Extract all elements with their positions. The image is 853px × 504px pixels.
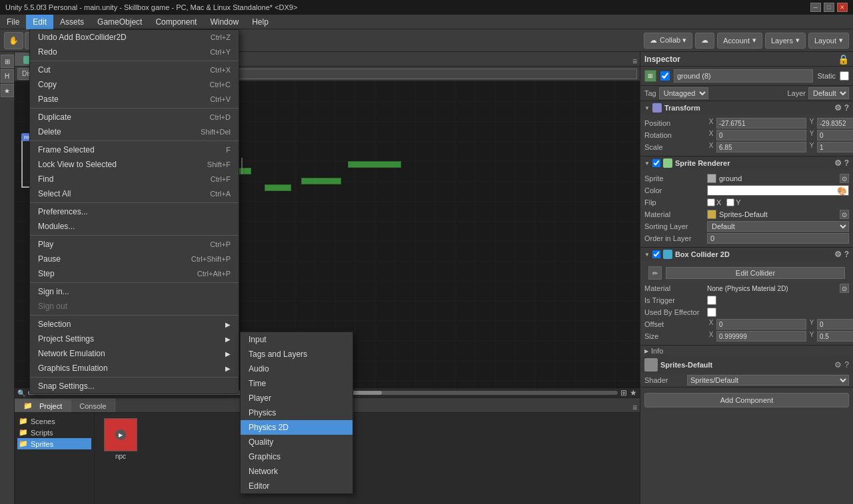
menu-select-all[interactable]: Select All Ctrl+A [30,186,239,201]
scale-x-input[interactable] [716,142,806,152]
object-name-input[interactable] [674,69,813,83]
rot-y-input[interactable] [817,130,853,140]
transform-settings-icon[interactable]: ⚙ [834,103,842,113]
bottom-icon-2[interactable]: ★ [630,388,637,397]
bottom-icon-1[interactable]: ⊞ [620,388,627,397]
maximize-button[interactable]: □ [824,3,834,12]
add-component-button[interactable]: Add Component [644,393,849,407]
submenu-input[interactable]: Input [241,332,353,347]
submenu-audio[interactable]: Audio [241,362,353,376]
menu-assets[interactable]: Assets [53,15,91,29]
menu-duplicate[interactable]: Duplicate Ctrl+D [30,110,239,125]
submenu-network[interactable]: Network [241,464,353,479]
submenu-graphics[interactable]: Graphics [241,449,353,464]
transform-header[interactable]: ▼ Transform ⚙ ? [640,101,853,115]
menu-undo[interactable]: Undo Add BoxCollider2D Ctrl+Z [30,30,239,45]
asset-npc[interactable]: ▶ npc [97,415,144,463]
submenu-physics[interactable]: Physics [241,405,353,420]
shader-header[interactable]: Sprites-Default ⚙ ? [640,356,853,374]
flip-x-checkbox[interactable] [707,198,715,206]
object-active-checkbox[interactable] [660,71,670,81]
menu-project-settings[interactable]: Project Settings ▶ Input Tags and Layers… [30,332,239,346]
bc-settings-icon[interactable]: ⚙ [834,250,842,259]
info-row[interactable]: ▶ Info [640,346,853,356]
tree-item-scenes[interactable]: 📁 Scenes [17,415,91,427]
menu-selection[interactable]: Selection ▶ [30,317,239,332]
tab-console[interactable]: Console [71,399,115,412]
menu-paste[interactable]: Paste Ctrl+V [30,92,239,107]
panel-menu-btn[interactable]: ≡ [632,57,637,66]
tree-item-scripts[interactable]: 📁 Scripts [17,427,91,438]
menu-delete[interactable]: Delete Shift+Del [30,125,239,139]
sorting-layer-select[interactable]: Default [707,221,849,232]
sprite-renderer-header[interactable]: ▼ Sprite Renderer ⚙ ? [640,156,853,170]
menu-snap-settings[interactable]: Snap Settings... [30,379,239,393]
sr-settings-icon[interactable]: ⚙ [834,158,842,168]
static-checkbox[interactable] [840,71,849,81]
account-button[interactable]: Account ▾ [717,33,762,49]
used-by-effector-checkbox[interactable] [707,308,716,317]
transform-help-icon[interactable]: ? [844,103,849,113]
box-collider-header[interactable]: ▼ Box Collider 2D ⚙ ? [640,248,853,261]
menu-gameobject[interactable]: GameObject [91,15,149,29]
material-browse-button[interactable]: ⊙ [840,210,849,219]
menu-modules[interactable]: Modules... [30,219,239,234]
sprite-renderer-checkbox[interactable] [652,159,660,167]
menu-component[interactable]: Component [149,15,203,29]
menu-find[interactable]: Find Ctrl+F [30,172,239,186]
color-preview[interactable]: 🎨 [707,185,849,196]
scale-y-input[interactable] [817,142,853,152]
shader-select[interactable]: Sprites/Default [687,375,849,385]
shader-settings-icon[interactable]: ⚙ [834,360,842,370]
edit-collider-button[interactable]: Edit Collider [666,267,845,279]
rot-x-input[interactable] [716,130,806,140]
sidebar-tool-1[interactable]: ⊞ [1,55,14,68]
menu-window[interactable]: Window [203,15,245,29]
offset-y-input[interactable] [817,319,853,330]
sidebar-tool-2[interactable]: H [1,69,14,83]
color-picker-icon[interactable]: 🎨 [837,186,847,196]
submenu-player[interactable]: Player [241,391,353,405]
layout-button[interactable]: Layout ▾ [808,33,849,49]
submenu-time[interactable]: Time [241,376,353,391]
is-trigger-checkbox[interactable] [707,296,716,305]
pos-x-input[interactable] [716,118,806,128]
bottom-panel-menu[interactable]: ≡ [632,403,637,412]
menu-graphics-emulation[interactable]: Graphics Emulation ▶ [30,361,239,376]
inspector-lock-button[interactable]: 🔒 [838,54,849,65]
cloud-button[interactable]: ☁ [695,33,714,49]
menu-pause[interactable]: Pause Ctrl+Shift+P [30,252,239,266]
box-collider-checkbox[interactable] [652,250,660,258]
hand-tool[interactable]: ✋ [4,32,23,49]
menu-edit[interactable]: Edit [26,15,53,29]
menu-lock-view[interactable]: Lock View to Selected Shift+F [30,157,239,172]
submenu-physics2d[interactable]: Physics 2D [241,420,353,435]
order-in-layer-input[interactable] [707,233,849,244]
offset-x-input[interactable] [716,319,806,330]
collab-button[interactable]: ☁ Collab ▾ [644,33,692,49]
pos-y-input[interactable] [817,118,853,128]
flip-y-checkbox[interactable] [726,198,734,206]
minimize-button[interactable]: ─ [810,3,821,12]
menu-sign-in[interactable]: Sign in... [30,284,239,299]
tree-item-sprites[interactable]: 📁 Sprites [17,438,91,449]
sr-help-icon[interactable]: ? [844,158,849,168]
bc-material-browse[interactable]: ⊙ [840,284,849,293]
tag-select[interactable]: Untagged [659,87,708,99]
tab-project[interactable]: 📁Project [15,399,71,412]
size-y-input[interactable] [817,331,853,342]
submenu-editor[interactable]: Editor [241,479,353,493]
menu-cut[interactable]: Cut Ctrl+X [30,63,239,77]
menu-help[interactable]: Help [245,15,275,29]
menu-network-emulation[interactable]: Network Emulation ▶ [30,346,239,361]
layer-select[interactable]: Default [808,87,849,99]
size-x-input[interactable] [716,331,806,342]
layers-button[interactable]: Layers ▾ [765,33,806,49]
menu-play[interactable]: Play Ctrl+P [30,237,239,252]
sidebar-tool-3[interactable]: ★ [1,84,14,97]
submenu-quality[interactable]: Quality [241,435,353,449]
menu-frame-selected[interactable]: Frame Selected F [30,142,239,157]
menu-redo[interactable]: Redo Ctrl+Y [30,45,239,59]
submenu-tags-layers[interactable]: Tags and Layers [241,347,353,362]
sprite-browse-button[interactable]: ⊙ [840,174,849,183]
